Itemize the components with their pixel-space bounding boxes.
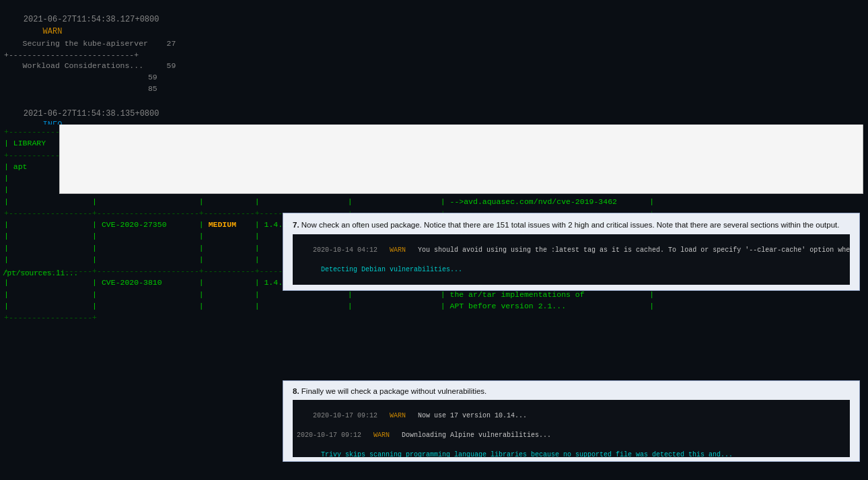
top-terminal-header: 2021-06-27T11:54:38.127+0800 WARN 2021-0… <box>0 0 868 125</box>
info-label-1: INFO <box>24 121 81 125</box>
toc-line-2: +---------------------------+ <box>4 50 225 61</box>
info-line-1: 2021-06-27T11:54:38.135+0800 INFO Detect… <box>4 96 864 125</box>
instruction-8-body: Finally we will check a package without … <box>301 387 487 395</box>
mini-line-1-text: You should avoid using using the :latest… <box>418 246 850 254</box>
instruction-7-text: 7. Now check an often used package. Noti… <box>293 219 850 232</box>
instruction-overlay-7: 7. Now check an often used package. Noti… <box>283 213 860 291</box>
instruction-7-number: 7. <box>293 221 299 229</box>
toc-wc-line: Workload Considerations... 59 <box>4 61 225 72</box>
instruction-7-body: Now check an often used package. Notice … <box>301 221 840 229</box>
toc-line-1: Securing the kube-apiserver 27 <box>4 38 225 50</box>
mini-line-1-ts: 2020-10-14 04:12 <box>313 246 390 254</box>
instruction-8-number: 8. <box>293 387 299 395</box>
timestamp-1: 2021-06-27T11:54:38.127+0800 <box>24 15 159 24</box>
mini-line-1-warn: WARN <box>390 246 418 254</box>
row-sep-3: +------------------+ <box>4 312 864 323</box>
row-low-3: | | | | | | APT before version 2.1... | <box>4 300 864 312</box>
instruction-8-text: 8. Finally we will check a package witho… <box>293 385 850 398</box>
timestamp-2: 2021-06-27T11:54:38.135+0800 <box>24 109 159 118</box>
instruction-overlay-8: 8. Finally we will check a package witho… <box>283 380 860 462</box>
mini-terminal-7: 2020-10-14 04:12 WARN You should avoid u… <box>293 234 850 285</box>
sources-list-text: /pt/sources.li... <box>0 269 135 277</box>
mini-line-2: Detecting Debian vulnerabilities... <box>297 266 462 273</box>
mini-terminal-8: 2020-10-17 09:12 WARN Now use 17 version… <box>293 400 850 457</box>
row-apt-4: | | | | | | -->avd.aquasec.com/nvd/cve-2… <box>4 196 864 207</box>
toc-last-line: 85 <box>4 83 225 95</box>
toc-lines: Securing the kube-apiserver 27 +--------… <box>0 37 229 96</box>
toc-extra-line: 59 <box>4 72 225 83</box>
warn-label: WARN <box>24 27 81 36</box>
